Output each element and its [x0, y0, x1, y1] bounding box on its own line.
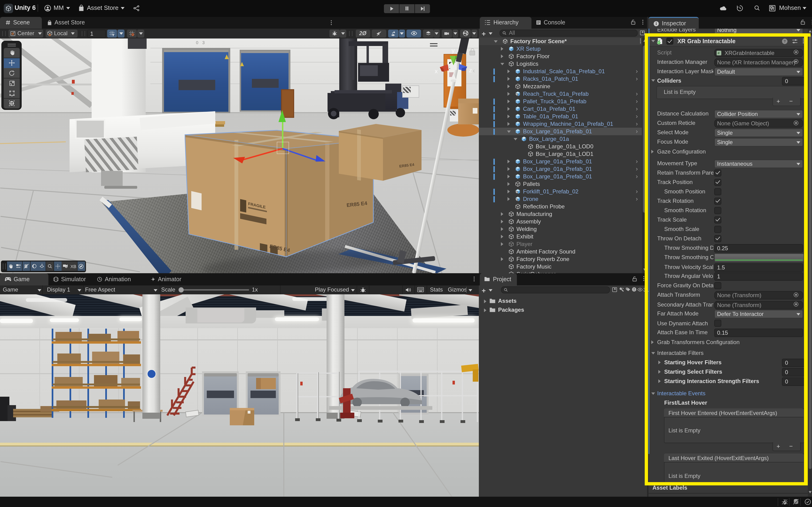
svg-text:z: z: [469, 67, 472, 74]
svg-text:#: #: [718, 51, 720, 55]
svg-text:Y: Y: [112, 33, 114, 36]
svg-text:?: ?: [783, 39, 785, 43]
svg-text:x: x: [435, 68, 438, 75]
svg-text:y: y: [452, 47, 455, 54]
